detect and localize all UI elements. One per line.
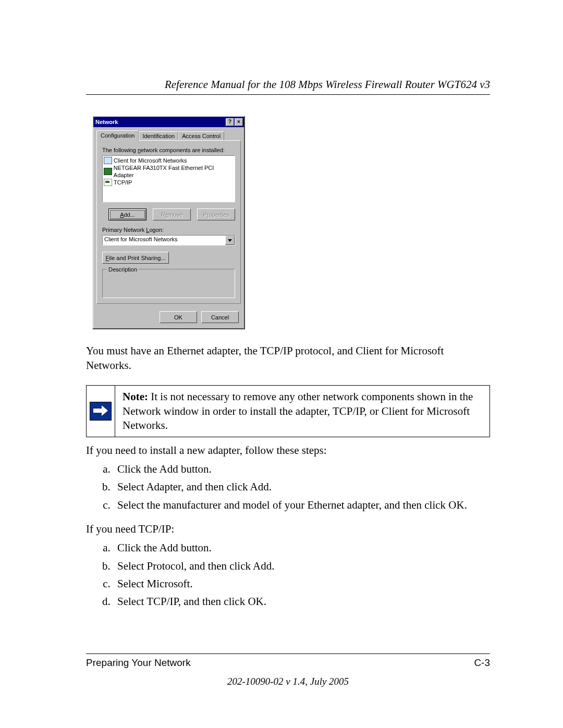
note-text: Note: It is not necessary to remove any … [115,386,489,437]
list-item-label: TCP/IP [114,179,132,186]
note-icon-cell [87,386,115,437]
paragraph: If you need to install a new adapter, fo… [86,443,490,458]
dialog-figure: Network ? × Configuration Identification… [92,116,490,329]
primary-logon-value: Client for Microsoft Networks [103,236,225,245]
primary-logon-label: Primary Network Logon: [102,227,235,233]
list-item-label: NETGEAR FA310TX Fast Ethernet PCI Adapte… [114,164,234,179]
network-dialog: Network ? × Configuration Identification… [92,116,245,329]
chevron-down-icon [228,239,232,242]
arrow-icon [90,402,112,421]
list-step: Select TCP/IP, and then click OK. [113,594,490,609]
paragraph: If you need TCP/IP: [86,522,490,537]
header-rule [86,94,490,95]
tab-strip: Configuration Identification Access Cont… [93,127,244,140]
component-buttons: Add... Remove Properties [108,208,235,220]
footer-version: 202-10090-02 v 1.4, July 2005 [86,676,490,687]
tab-identification[interactable]: Identification [139,131,178,140]
list-step: Click the Add button. [113,461,490,477]
tab-panel-configuration: The following network components are ins… [96,140,241,304]
adapter-steps-list: Click the Add button. Select Adapter, an… [86,461,490,513]
protocol-icon [104,179,112,186]
combo-dropdown-button[interactable] [225,236,235,245]
page-footer: Preparing Your Network C-3 202-10090-02 … [86,653,490,687]
primary-logon-combo[interactable]: Client for Microsoft Networks [102,235,235,245]
note-box: Note: It is not necessary to remove any … [86,385,490,437]
list-item[interactable]: Client for Microsoft Networks [104,157,234,164]
note-label: Note: [123,390,148,403]
page: Reference Manual for the 108 Mbps Wirele… [0,0,563,610]
list-step: Select Microsoft. [113,576,490,591]
tcpip-steps-list: Click the Add button. Select Protocol, a… [86,540,490,610]
dialog-titlebar: Network ? × [93,117,244,127]
file-print-sharing-button[interactable]: File and Print Sharing... [102,252,169,264]
page-header-title: Reference Manual for the 108 Mbps Wirele… [86,78,490,91]
list-step: Select Protocol, and then click Add. [113,558,490,574]
description-groupbox: Description [102,269,235,298]
add-button[interactable]: Add... [108,208,146,220]
help-button[interactable]: ? [226,118,234,126]
client-icon [104,157,112,164]
cancel-button[interactable]: Cancel [201,311,239,323]
list-item-label: Client for Microsoft Networks [114,157,187,164]
list-item[interactable]: TCP/IP [104,179,234,186]
footer-rule [86,653,490,654]
list-step: Select the manufacturer and model of you… [113,497,490,513]
components-listbox[interactable]: Client for Microsoft Networks NETGEAR FA… [102,155,235,202]
tab-access-control[interactable]: Access Control [178,131,224,140]
list-item[interactable]: NETGEAR FA310TX Fast Ethernet PCI Adapte… [104,164,234,179]
dialog-title: Network [95,119,225,125]
tab-configuration[interactable]: Configuration [96,130,139,141]
list-step: Click the Add button. [113,540,490,556]
properties-button: Properties [197,208,235,220]
footer-page-number: C-3 [474,657,490,669]
close-button[interactable]: × [235,118,243,126]
paragraph: You must have an Ethernet adapter, the T… [86,344,490,373]
footer-section: Preparing Your Network [86,657,191,669]
adapter-icon [104,168,112,175]
description-label: Description [107,266,139,273]
components-label: The following network components are ins… [102,147,235,153]
note-body: It is not necessary to remove any other … [123,390,473,431]
remove-button: Remove [153,208,191,220]
dialog-buttons: OK Cancel [93,307,244,328]
ok-button[interactable]: OK [160,311,197,323]
body-content: You must have an Ethernet adapter, the T… [86,344,490,610]
list-step: Select Adapter, and then click Add. [113,479,490,495]
